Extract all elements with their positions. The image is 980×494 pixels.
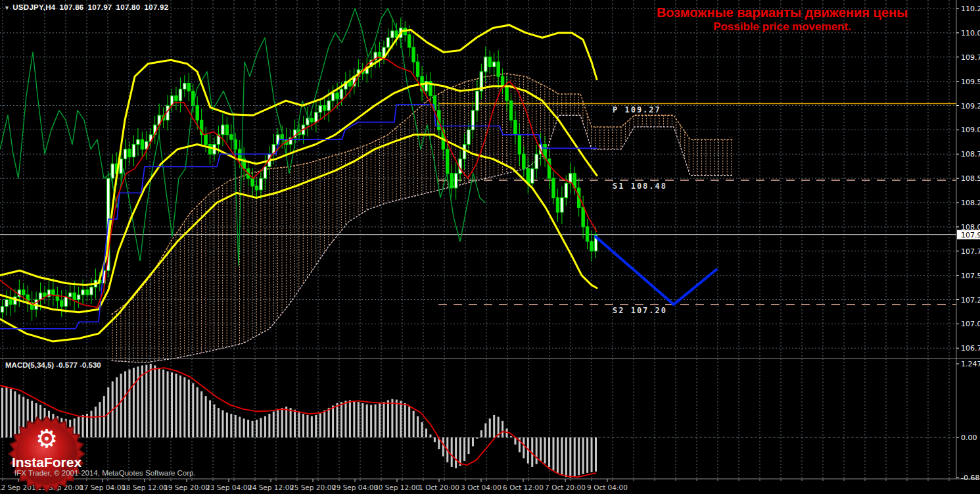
macd-histogram-bar: [463, 437, 465, 461]
candle-body: [488, 57, 491, 67]
macd-histogram-bar: [387, 400, 389, 437]
macd-histogram-bar: [124, 371, 126, 437]
price-movement-annotation: Возможные варианты движения цены Possibl…: [641, 5, 923, 34]
macd-histogram-bar: [578, 437, 580, 475]
senkou-span-b: [112, 115, 734, 362]
macd-histogram-bar: [358, 402, 360, 437]
macd-histogram-bar: [175, 374, 177, 437]
macd-histogram-bar: [281, 408, 283, 437]
annotation-russian: Возможные варианты движения цены: [641, 5, 923, 20]
candle-body: [225, 125, 228, 135]
macd-histogram-bar: [230, 414, 232, 437]
pivot-label: S1 108.48: [613, 182, 667, 191]
copyright-text: IFX Trader, © 2001-2014, MetaQuotes Soft…: [14, 469, 196, 477]
macd-histogram-bar: [396, 400, 398, 437]
candle-body: [22, 290, 25, 295]
macd-histogram-bar: [489, 418, 491, 437]
price-tick-label: 109.50: [961, 78, 980, 86]
date-label: 25 Sep 20:00: [290, 483, 336, 491]
macd-histogram-bar: [95, 407, 97, 437]
macd-histogram-bar: [451, 437, 453, 467]
macd-histogram-bar: [383, 402, 385, 437]
macd-histogram-bar: [468, 437, 470, 454]
pivot-label: P 109.27: [613, 105, 661, 114]
candle-body: [264, 166, 266, 178]
macd-histogram-bar: [586, 437, 588, 473]
logo-wordmark: InstaForex: [12, 455, 82, 470]
macd-histogram-bar: [298, 411, 300, 437]
candle-body: [39, 293, 41, 299]
candle-body: [378, 52, 381, 57]
candle-body: [14, 297, 16, 305]
date-label: 29 Sep 04:00: [332, 483, 378, 491]
candle-body: [331, 93, 334, 101]
macd-histogram-bar: [565, 437, 567, 477]
macd-histogram-bar: [595, 437, 597, 472]
macd-histogram-bar: [476, 437, 478, 439]
candle-body: [208, 145, 211, 155]
candle-body: [222, 125, 224, 135]
candle-body: [518, 135, 521, 155]
macd-histogram-bar: [557, 437, 559, 473]
macd-histogram-bar: [150, 364, 152, 437]
annotation-english: Possible price movement.: [641, 20, 923, 34]
macd-histogram-bar: [540, 437, 542, 461]
close-value: 107.92: [145, 3, 169, 11]
candle-body: [319, 106, 321, 112]
macd-histogram-bar: [120, 374, 122, 437]
candle-body: [590, 241, 593, 251]
symbol-label: USDJPY,H4: [12, 3, 55, 11]
instaforex-logo-badge: ⚙ InstaForex: [3, 416, 91, 494]
candle-body: [531, 168, 534, 183]
candle-body: [586, 227, 588, 241]
macd-histogram-bar: [523, 437, 525, 458]
candle-body: [179, 89, 181, 101]
macd-histogram-bar: [332, 406, 334, 437]
macd-histogram-bar: [302, 414, 304, 437]
macd-histogram-bar: [328, 408, 330, 437]
candle-body: [124, 149, 126, 159]
macd-histogram-bar: [323, 410, 325, 437]
macd-histogram-bar: [154, 365, 156, 437]
candle-body: [509, 101, 512, 120]
chevron-down-icon[interactable]: ▼: [4, 5, 10, 11]
candle-body: [454, 174, 457, 188]
date-label: 24 Sep 12:00: [248, 483, 294, 491]
date-label: 3 Oct 04:00: [461, 483, 502, 491]
macd-histogram-bar: [218, 408, 220, 437]
macd-histogram-bar: [442, 437, 444, 457]
candle-body: [514, 120, 517, 135]
date-label: 18 Sep 12:00: [122, 483, 168, 491]
date-label: 6 Oct 12:00: [503, 483, 544, 491]
candle-body: [315, 112, 317, 122]
candle-body: [255, 186, 258, 190]
date-label: 7 Oct 20:00: [545, 483, 586, 491]
macd-histogram-bar: [256, 420, 258, 437]
macd-histogram-bar: [400, 401, 402, 437]
candle-body: [408, 35, 411, 47]
macd-histogram-bar: [340, 402, 342, 437]
candle-body: [9, 300, 12, 305]
macd-histogram-bar: [484, 423, 486, 437]
candle-body: [526, 168, 529, 183]
price-chart-canvas[interactable]: P 109.27S1 108.48S2 107.20110.25110.0010…: [0, 0, 980, 494]
candle-body: [183, 84, 186, 89]
macd-histogram-bar: [209, 400, 211, 437]
candle-body: [69, 293, 72, 297]
candle-body: [493, 62, 496, 66]
candle-body: [196, 106, 198, 120]
macd-tick-label: -0.681: [961, 474, 980, 482]
macd-histogram-bar: [129, 370, 131, 437]
macd-histogram-bar: [214, 405, 216, 437]
price-tick-label: 107.50: [961, 272, 980, 280]
candle-body: [111, 164, 114, 178]
macd-histogram-bar: [391, 399, 393, 437]
candle-body: [310, 118, 313, 122]
gear-person-icon: ⚙: [35, 424, 58, 453]
candle-body: [323, 106, 326, 111]
date-label: 9 Oct 04:00: [587, 483, 628, 491]
macd-histogram-bar: [344, 401, 346, 437]
macd-histogram-bar: [417, 416, 419, 437]
candle-body: [204, 135, 207, 145]
price-tick-label: 107.25: [961, 296, 980, 305]
